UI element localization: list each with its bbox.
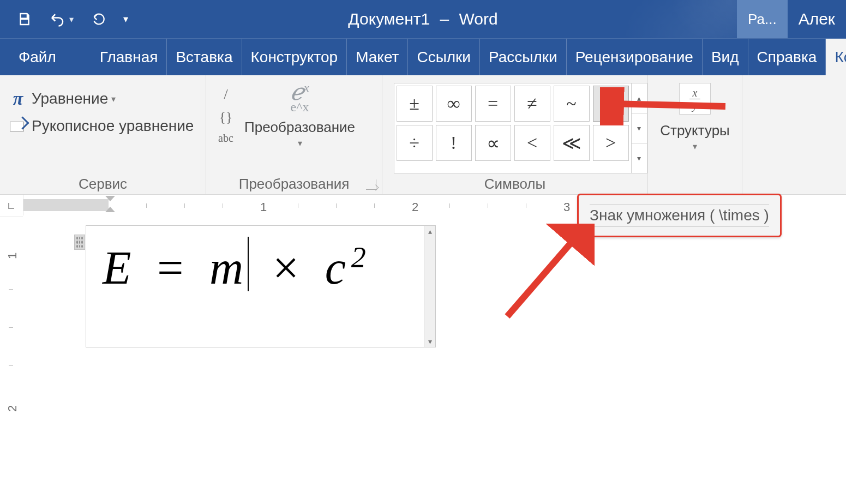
eq-var-c: c [325,242,349,294]
symbols-scroll-up[interactable]: ▴ [632,83,647,113]
tab-design[interactable]: Конструктор [242,39,347,75]
tab-file[interactable]: Файл [0,39,75,75]
symbols-more-button[interactable]: ▾ [632,143,647,173]
group-tools: π Уравнение ▾ Рукописное уравнение Серви… [0,75,206,194]
equation-drag-handle[interactable] [74,235,85,250]
group-structures: xy Структуры ▾ [648,75,742,194]
linear-slash-button[interactable]: / [215,86,237,103]
symbol-divide[interactable]: ÷ [397,125,433,161]
linear-braces-button[interactable]: {} [215,109,237,125]
tab-help[interactable]: Справка [748,39,826,75]
symbol-proportional[interactable]: ∝ [475,125,511,161]
fraction-icon: xy [679,83,711,115]
symbol-infinity[interactable]: ∞ [436,86,472,122]
symbols-spinners: ▴ ▾ ▾ [631,83,647,173]
group-symbols-label: Символы [382,173,647,194]
symbol-less-than[interactable]: < [514,125,550,161]
ribbon-overflow [742,75,846,194]
symbols-grid: ± ∞ = ≠ ~ × ÷ ! ∝ < ≪ > [394,83,631,173]
tab-equation-tools[interactable]: Конструкто [826,39,846,75]
symbol-greater-than[interactable]: > [593,125,629,161]
text-cursor [248,237,249,291]
eq-times: × [273,242,303,294]
equation-container[interactable]: E = m × c2 ▴ ▾ [86,225,436,347]
tooltip-text: Знак умножения ( \times ) [590,204,769,227]
tab-insert[interactable]: Вставка [167,39,242,75]
app-name: Word [459,10,498,28]
symbols-gallery: ± ∞ = ≠ ~ × ÷ ! ∝ < ≪ > ▴ ▾ ▾ [394,83,647,173]
tab-stop-icon [7,201,16,210]
eq-exponent-2: 2 [351,241,369,274]
title-separator: – [440,10,449,28]
equation-content[interactable]: E = m × c2 [103,237,369,295]
scroll-down-button[interactable]: ▾ [424,336,435,347]
ruler-corner[interactable] [0,195,23,217]
ink-equation-button[interactable]: Рукописное уравнение [10,112,194,140]
undo-icon [49,11,65,27]
ink-equation-icon [10,119,26,133]
document-name: Документ1 [348,10,430,28]
symbol-tooltip: Знак умножения ( \times ) [577,194,782,237]
ruler-number-2: 2 [412,200,418,214]
tab-mailings[interactable]: Рассылки [480,39,567,75]
convert-icon-sub: e^x [291,100,309,115]
abc-text-button[interactable]: abc [215,132,237,145]
group-tools-label: Сервис [0,173,206,194]
symbol-equals[interactable]: = [475,86,511,122]
tab-layout[interactable]: Макет [347,39,408,75]
chevron-down-icon[interactable]: ▾ [298,138,302,148]
convert-button[interactable]: ℯx e^x Преобразование ▾ [244,83,355,173]
structures-label: Структуры [660,122,730,139]
qat-customize-button[interactable]: ▾ [123,13,128,25]
equation-scrollbar[interactable]: ▴ ▾ [424,226,435,347]
ruler-margin-shade [23,199,109,211]
collapsed-overflow-tab[interactable]: Ра... [737,0,788,38]
group-symbols: ± ∞ = ≠ ~ × ÷ ! ∝ < ≪ > ▴ ▾ ▾ [382,75,648,194]
symbol-times[interactable]: × [593,86,629,122]
conversions-dialog-launcher[interactable] [366,179,376,190]
vruler-number-2: 2 [5,405,20,412]
eq-equals: = [157,242,187,294]
eq-var-m: m [209,242,247,294]
ribbon-tabs: Файл Главная Вставка Конструктор Макет С… [0,38,846,75]
vertical-ruler[interactable]: 1 2 [0,215,23,504]
ruler-number-1: 1 [260,200,267,214]
convert-icon: ℯx [290,83,309,102]
chevron-down-icon[interactable]: ▾ [111,94,116,104]
save-button[interactable] [16,11,33,27]
chevron-down-icon[interactable]: ▾ [693,141,697,152]
vruler-number-1: 1 [5,253,20,259]
redo-icon [92,11,107,27]
scroll-up-button[interactable]: ▴ [424,226,435,237]
symbol-factorial[interactable]: ! [436,125,472,161]
structures-button[interactable]: xy Структуры ▾ [660,75,730,173]
group-conversions: / {} abc ℯx e^x Преобразование ▾ Преобра… [206,75,382,194]
undo-dropdown-icon[interactable]: ▾ [68,14,75,25]
ruler-number-3: 3 [563,200,570,214]
pi-icon: π [10,88,26,109]
symbol-much-less[interactable]: ≪ [554,125,590,161]
symbol-tilde[interactable]: ~ [554,86,590,122]
tab-home[interactable]: Главная [91,39,167,75]
undo-button[interactable]: ▾ [49,11,75,27]
convert-label: Преобразование [244,119,355,136]
equation-button[interactable]: π Уравнение ▾ [10,85,194,112]
tab-review[interactable]: Рецензирование [567,39,703,75]
save-icon [16,11,33,27]
symbols-scroll-down[interactable]: ▾ [632,113,647,143]
title-bar: ▾ ▾ Документ1 – Word Ра... Алек [0,0,846,38]
eq-var-E: E [103,242,135,294]
account-name[interactable]: Алек [788,0,846,38]
redo-button[interactable] [92,11,107,27]
group-conversions-label: Преобразования [206,173,382,194]
tab-view[interactable]: Вид [703,39,748,75]
quick-access-toolbar: ▾ ▾ [0,11,128,27]
symbol-plus-minus[interactable]: ± [397,86,433,122]
tab-references[interactable]: Ссылки [408,39,480,75]
symbol-not-equal[interactable]: ≠ [514,86,550,122]
ribbon: π Уравнение ▾ Рукописное уравнение Серви… [0,75,846,195]
document-area[interactable]: E = m × c2 ▴ ▾ [23,215,846,504]
ink-equation-label: Рукописное уравнение [32,117,194,135]
equation-label: Уравнение [32,90,108,107]
user-area: Ра... Алек [737,0,846,38]
